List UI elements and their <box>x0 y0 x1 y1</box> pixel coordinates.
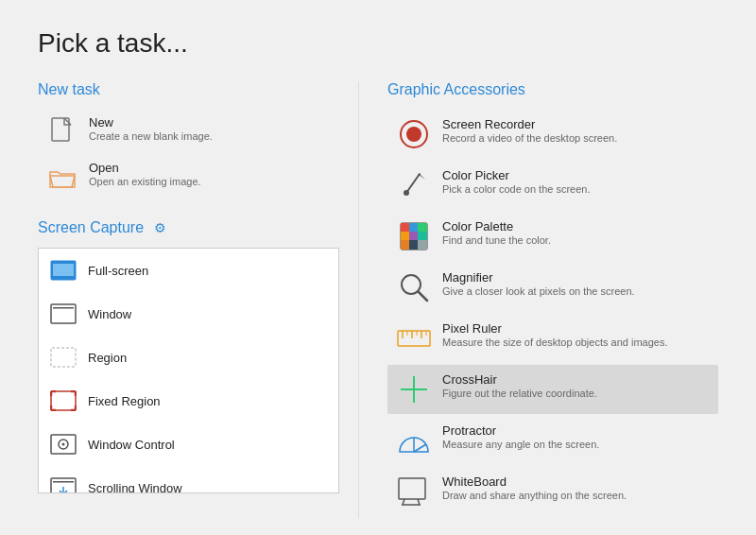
color-picker-desc: Pick a color code on the screen. <box>442 183 591 195</box>
svg-rect-39 <box>418 240 427 250</box>
screen-recorder-desc: Record a video of the desktop screen. <box>442 132 617 144</box>
svg-rect-9 <box>51 391 76 410</box>
fixed-region-icon <box>48 386 78 416</box>
svg-line-52 <box>414 444 426 452</box>
scrolling-window-label: Scrolling Window <box>88 481 182 494</box>
svg-rect-22 <box>53 481 74 483</box>
magnifier-icon <box>397 270 431 304</box>
new-icon <box>45 115 79 149</box>
svg-rect-3 <box>53 264 74 276</box>
right-item-protractor[interactable]: Protractor Measure any angle on the scre… <box>387 416 718 465</box>
right-item-screen-recorder[interactable]: Screen Recorder Record a video of the de… <box>387 110 718 159</box>
crosshair-title: CrossHair <box>442 372 597 387</box>
crosshair-icon <box>397 372 431 406</box>
svg-rect-4 <box>60 276 67 278</box>
left-column: New task New Create a new blank image. <box>38 81 359 518</box>
svg-rect-53 <box>399 478 425 499</box>
right-item-color-palette[interactable]: Color Palette Find and tune the color. <box>387 212 718 261</box>
color-picker-icon <box>397 168 431 202</box>
whiteboard-desc: Draw and share anything on the screen. <box>442 490 627 501</box>
pixel-ruler-icon <box>397 321 431 355</box>
window-icon <box>48 299 78 329</box>
right-item-crosshair[interactable]: CrossHair Figure out the relative coordi… <box>387 365 718 414</box>
list-item-region[interactable]: Region <box>39 336 338 379</box>
svg-rect-34 <box>401 232 409 240</box>
screen-capture-section: Screen Capture ⚙ <box>38 219 339 493</box>
whiteboard-icon <box>397 475 431 509</box>
list-item-window-control[interactable]: Window Control <box>39 423 338 466</box>
open-icon <box>45 161 79 195</box>
svg-rect-31 <box>401 223 409 232</box>
protractor-icon <box>397 423 431 457</box>
right-item-color-picker[interactable]: Color Picker Pick a color code on the sc… <box>387 161 718 210</box>
screen-recorder-icon <box>397 117 431 151</box>
main-container: Pick a task... New task <box>0 0 756 535</box>
right-item-pixel-ruler[interactable]: Pixel Ruler Measure the size of desktop … <box>387 314 718 363</box>
fixed-region-label: Fixed Region <box>88 394 161 408</box>
gear-icon[interactable]: ⚙ <box>154 220 166 235</box>
new-item-desc: Create a new blank image. <box>89 130 213 142</box>
right-item-whiteboard[interactable]: WhiteBoard Draw and share anything on th… <box>387 467 718 516</box>
region-icon <box>48 342 78 372</box>
screen-capture-title: Screen Capture ⚙ <box>38 219 339 236</box>
full-screen-label: Full-screen <box>88 264 148 278</box>
new-item-title: New <box>89 115 213 129</box>
open-item-desc: Open an existing image. <box>89 176 201 187</box>
right-column: Graphic Accessories Screen Recorder Reco… <box>359 81 718 518</box>
color-picker-title: Color Picker <box>442 168 591 182</box>
svg-point-20 <box>62 443 65 446</box>
svg-line-55 <box>418 499 420 505</box>
scrolling-window-icon <box>48 473 78 493</box>
svg-rect-32 <box>409 223 418 232</box>
color-palette-desc: Find and tune the color. <box>442 234 551 246</box>
crosshair-desc: Figure out the relative coordinate. <box>442 388 597 399</box>
new-task-section: New task New Create a new blank image. <box>38 81 339 200</box>
svg-rect-5 <box>56 278 71 280</box>
open-item-title: Open <box>89 161 201 175</box>
page-title: Pick a task... <box>38 28 718 59</box>
magnifier-title: Magnifier <box>442 270 635 285</box>
full-screen-icon <box>48 255 78 285</box>
new-task-title: New task <box>38 81 339 98</box>
svg-line-54 <box>403 499 404 505</box>
new-task-item[interactable]: New Create a new blank image. <box>38 110 339 155</box>
svg-rect-33 <box>418 223 427 232</box>
list-item-window[interactable]: Window <box>39 292 338 336</box>
right-item-magnifier[interactable]: Magnifier Give a closer look at pixels o… <box>387 263 718 312</box>
color-palette-icon <box>397 219 431 253</box>
color-palette-title: Color Palette <box>442 219 551 233</box>
open-task-item[interactable]: Open Open an existing image. <box>38 155 339 200</box>
columns-layout: New task New Create a new blank image. <box>38 81 718 518</box>
svg-rect-8 <box>51 348 76 367</box>
screen-recorder-title: Screen Recorder <box>442 117 617 131</box>
capture-list[interactable]: Full-screen Window <box>38 248 339 493</box>
protractor-title: Protractor <box>442 423 599 438</box>
list-item-scrolling-window[interactable]: Scrolling Window <box>39 466 338 493</box>
svg-point-27 <box>406 127 421 142</box>
protractor-desc: Measure any angle on the screen. <box>442 439 599 450</box>
pixel-ruler-desc: Measure the size of desktop objects and … <box>442 337 667 348</box>
magnifier-desc: Give a closer look at pixels on the scre… <box>442 285 635 297</box>
svg-rect-36 <box>418 232 427 240</box>
svg-rect-38 <box>409 240 418 250</box>
window-control-label: Window Control <box>88 438 175 452</box>
svg-line-28 <box>406 174 420 193</box>
pixel-ruler-title: Pixel Ruler <box>442 321 667 336</box>
svg-point-40 <box>402 275 421 294</box>
svg-line-1 <box>64 118 71 125</box>
region-label: Region <box>88 351 127 365</box>
list-item-full-screen[interactable]: Full-screen <box>39 249 338 292</box>
list-item-fixed-region[interactable]: Fixed Region <box>39 379 338 423</box>
svg-point-29 <box>404 190 409 196</box>
graphic-accessories-title: Graphic Accessories <box>387 81 718 98</box>
svg-line-41 <box>419 292 427 301</box>
whiteboard-title: WhiteBoard <box>442 475 627 489</box>
window-control-icon <box>48 429 78 459</box>
svg-rect-35 <box>409 232 418 240</box>
svg-rect-37 <box>401 240 409 250</box>
window-label: Window <box>88 307 131 321</box>
svg-rect-7 <box>53 307 74 309</box>
svg-rect-0 <box>52 118 69 141</box>
